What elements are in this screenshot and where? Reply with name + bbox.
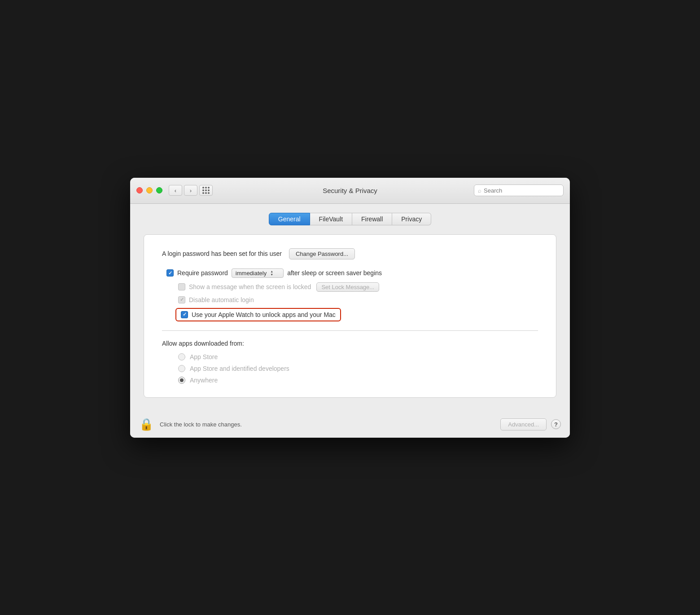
tab-firewall[interactable]: Firewall [352, 213, 392, 225]
app-store-label: App Store [190, 353, 218, 360]
require-password-select[interactable]: immediately ▲ ▼ [232, 268, 284, 278]
lock-icon[interactable]: 🔒 [139, 417, 153, 431]
titlebar: ‹ › Security & Privacy ⌕ [130, 178, 570, 204]
close-button[interactable] [136, 187, 143, 193]
radio-group: App Store App Store and identified devel… [162, 353, 538, 384]
password-label: A login password has been set for this u… [162, 250, 282, 257]
require-password-value: immediately [236, 270, 267, 277]
tab-general[interactable]: General [269, 213, 310, 225]
grid-button[interactable] [199, 185, 213, 196]
apple-watch-row: Use your Apple Watch to unlock apps and … [162, 308, 538, 321]
search-icon: ⌕ [478, 187, 481, 194]
require-password-row: Require password immediately ▲ ▼ after s… [162, 268, 538, 278]
lock-text: Click the lock to make changes. [160, 421, 242, 428]
traffic-lights [136, 187, 162, 193]
tab-filevault[interactable]: FileVault [310, 213, 352, 225]
window-title: Security & Privacy [323, 187, 377, 194]
change-password-button[interactable]: Change Password... [289, 248, 355, 259]
minimize-button[interactable] [146, 187, 153, 193]
identified-developers-radio[interactable] [178, 365, 185, 372]
require-password-after-label: after sleep or screen saver begins [287, 269, 382, 277]
nav-buttons: ‹ › [169, 185, 197, 196]
require-password-label: Require password [177, 269, 228, 277]
apple-watch-highlight: Use your Apple Watch to unlock apps and … [175, 308, 341, 321]
search-box[interactable]: ⌕ [474, 184, 564, 196]
list-item: App Store [178, 353, 538, 360]
bottom-right: Advanced... ? [500, 418, 561, 430]
section-divider [162, 330, 538, 331]
list-item: App Store and identified developers [178, 365, 538, 372]
apple-watch-checkbox[interactable] [181, 311, 188, 318]
bottom-bar: 🔒 Click the lock to make changes. Advanc… [130, 411, 570, 438]
back-button[interactable]: ‹ [169, 185, 182, 196]
downloads-label: Allow apps downloaded from: [162, 340, 538, 347]
tab-privacy[interactable]: Privacy [392, 213, 431, 225]
forward-button[interactable]: › [184, 185, 197, 196]
list-item: Anywhere [178, 377, 538, 384]
disable-autologin-row: Disable automatic login [162, 296, 538, 303]
show-message-label: Show a message when the screen is locked [189, 283, 311, 290]
anywhere-label: Anywhere [190, 377, 218, 384]
set-lock-message-button[interactable]: Set Lock Message... [316, 282, 379, 292]
stepper-arrows: ▲ ▼ [270, 270, 273, 276]
apple-watch-label: Use your Apple Watch to unlock apps and … [192, 311, 336, 318]
require-password-checkbox[interactable] [166, 269, 174, 277]
main-content: General FileVault Firewall Privacy A log… [130, 204, 570, 411]
help-button[interactable]: ? [551, 419, 561, 429]
show-message-checkbox[interactable] [178, 283, 185, 290]
advanced-button[interactable]: Advanced... [500, 418, 547, 430]
password-row: A login password has been set for this u… [162, 248, 538, 259]
maximize-button[interactable] [156, 187, 162, 193]
show-message-row: Show a message when the screen is locked… [162, 282, 538, 292]
settings-panel: A login password has been set for this u… [144, 234, 556, 398]
disable-autologin-label: Disable automatic login [189, 296, 254, 303]
tabs: General FileVault Firewall Privacy [144, 213, 556, 225]
app-store-radio[interactable] [178, 353, 185, 360]
disable-autologin-checkbox[interactable] [178, 296, 185, 303]
identified-developers-label: App Store and identified developers [190, 365, 289, 372]
main-window: ‹ › Security & Privacy ⌕ General FileVau… [130, 178, 570, 438]
anywhere-radio[interactable] [178, 377, 185, 384]
search-input[interactable] [484, 187, 560, 194]
